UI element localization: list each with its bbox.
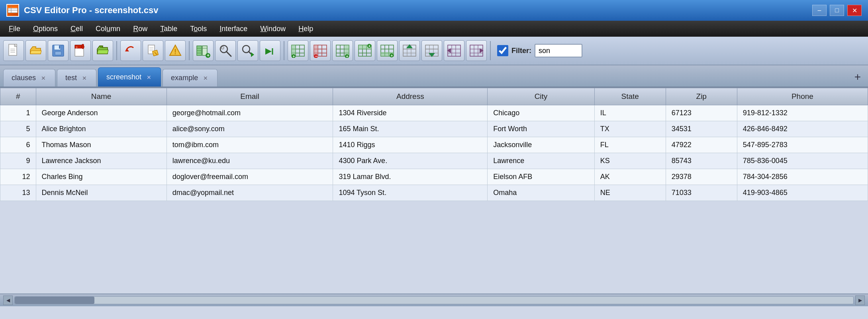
add-tab-button[interactable]: + [850, 70, 865, 84]
minimize-button[interactable]: – [812, 5, 827, 16]
tab-close-screenshot[interactable]: ✕ [145, 74, 153, 81]
scroll-right-button[interactable]: ▶ [855, 295, 865, 305]
table-row[interactable]: 5Alice Brightonalice@sony.com165 Main St… [0, 121, 868, 137]
table-header-row: # Name Email Address City State Zip Phon… [0, 88, 868, 105]
row-add-down-button[interactable]: + [377, 40, 398, 61]
undo-button[interactable] [120, 40, 141, 61]
col-delete-button[interactable]: − [310, 40, 331, 61]
svg-rect-15 [59, 45, 60, 49]
data-table: # Name Email Address City State Zip Phon… [0, 88, 868, 201]
svg-marker-46 [265, 48, 272, 55]
col-header-phone[interactable]: Phone [737, 88, 868, 105]
title-bar: CSV Editor Pro - screenshot.csv – □ ✕ [0, 0, 868, 21]
col-header-city[interactable]: City [488, 88, 595, 105]
filter-input[interactable] [535, 44, 582, 57]
tab-close-example[interactable]: ✕ [202, 75, 209, 82]
window-controls: – □ ✕ [812, 5, 862, 16]
tab-close-test[interactable]: ✕ [81, 75, 88, 82]
svg-text:?: ? [76, 46, 78, 49]
h-scrollbar-track[interactable] [14, 296, 854, 304]
h-scrollbar-thumb[interactable] [15, 297, 94, 304]
table-body: 1George Andersongeorge@hotmail.com1304 R… [0, 105, 868, 201]
scroll-left-button[interactable]: ◀ [3, 295, 13, 305]
col-header-state[interactable]: State [594, 88, 666, 105]
svg-text:+: + [391, 53, 393, 58]
svg-marker-11 [30, 51, 41, 54]
tab-bar: clauses ✕ test ✕ screenshot ✕ example ✕ … [0, 65, 868, 88]
svg-line-41 [226, 51, 231, 56]
window-title: CSV Editor Pro - screenshot.csv [24, 5, 807, 16]
tab-example[interactable]: example ✕ [163, 69, 217, 87]
table-row[interactable]: 13Dennis McNeildmac@yopmail.net1094 Tyso… [0, 185, 868, 201]
close-button[interactable]: ✕ [847, 5, 862, 16]
menu-tools[interactable]: Tools [184, 23, 212, 35]
menu-column[interactable]: Column [90, 23, 126, 35]
new-button[interactable] [3, 40, 24, 61]
svg-text:+: + [368, 44, 371, 48]
svg-text:+: + [346, 54, 349, 58]
col-header-name[interactable]: Name [36, 88, 167, 105]
col-move-right-button[interactable] [466, 40, 487, 61]
saveas-button[interactable]: ? [70, 40, 91, 61]
table-row[interactable]: 12Charles Bingdoglover@freemail.com319 L… [0, 169, 868, 185]
warning-button[interactable]: ! [165, 40, 186, 61]
toolbar-sep-4 [490, 41, 491, 60]
app-icon [6, 4, 19, 17]
svg-text:+: + [293, 54, 295, 58]
menu-table[interactable]: Table [155, 23, 183, 35]
menu-window[interactable]: Window [255, 23, 291, 35]
col-header-num[interactable]: # [0, 88, 36, 105]
svg-marker-21 [97, 50, 108, 54]
row-move-down-button[interactable] [421, 40, 442, 61]
toolbar-sep-1 [116, 41, 117, 60]
svg-text:+: + [207, 53, 210, 58]
table-row[interactable]: 6Thomas Masontom@ibm.com1410 RiggsJackso… [0, 137, 868, 153]
filter-area: Filter: [497, 44, 582, 57]
table-row[interactable]: 1George Andersongeorge@hotmail.com1304 R… [0, 105, 868, 121]
svg-point-42 [221, 47, 224, 49]
toolbar-sep-3 [284, 41, 284, 60]
toolbar: ? ! [0, 37, 868, 65]
edit-button[interactable] [143, 40, 163, 61]
svg-rect-14 [55, 51, 61, 55]
search-next-button[interactable] [237, 40, 258, 61]
row-move-up-button[interactable] [399, 40, 420, 61]
svg-text:−: − [315, 53, 318, 58]
search-button[interactable] [215, 40, 236, 61]
col-header-email[interactable]: Email [167, 88, 333, 105]
col-header-zip[interactable]: Zip [666, 88, 737, 105]
tab-close-clauses[interactable]: ✕ [40, 75, 47, 82]
svg-marker-22 [100, 46, 103, 47]
folder-button[interactable] [92, 40, 113, 61]
col-header-address[interactable]: Address [333, 88, 488, 105]
svg-rect-1 [8, 6, 18, 8]
menu-row[interactable]: Row [127, 23, 153, 35]
next-button[interactable] [260, 40, 280, 61]
tab-clauses[interactable]: clauses ✕ [3, 69, 55, 87]
table-row[interactable]: 9Lawrence Jacksonlawrence@ku.edu4300 Par… [0, 153, 868, 169]
menu-cell[interactable]: Cell [65, 23, 88, 35]
open-button[interactable] [25, 40, 46, 61]
insert-col-button[interactable]: + [193, 40, 214, 61]
row-add-up-button[interactable]: + [355, 40, 375, 61]
menu-help[interactable]: Help [293, 23, 319, 35]
col-add-right-button[interactable]: + [332, 40, 353, 61]
svg-text:!: ! [174, 48, 176, 56]
maximize-button[interactable]: □ [830, 5, 844, 16]
menu-options[interactable]: Options [27, 23, 63, 35]
main-content: # Name Email Address City State Zip Phon… [0, 88, 868, 306]
col-move-left-button[interactable] [444, 40, 464, 61]
filter-checkbox[interactable] [497, 45, 508, 56]
menu-interface[interactable]: Interface [214, 23, 253, 35]
filter-label: Filter: [511, 47, 531, 55]
menu-file[interactable]: File [3, 23, 26, 35]
table-scroll-container[interactable]: # Name Email Address City State Zip Phon… [0, 88, 868, 293]
tab-screenshot[interactable]: screenshot ✕ [98, 67, 161, 87]
toolbar-sep-2 [189, 41, 190, 60]
menu-bar: File Options Cell Column Row Table Tools… [0, 21, 868, 37]
svg-marker-45 [251, 52, 254, 57]
col-add-left-button[interactable]: + [288, 40, 308, 61]
status-bar: ◀ ▶ [0, 293, 868, 306]
tab-test[interactable]: test ✕ [57, 69, 96, 87]
save-button[interactable] [48, 40, 69, 61]
